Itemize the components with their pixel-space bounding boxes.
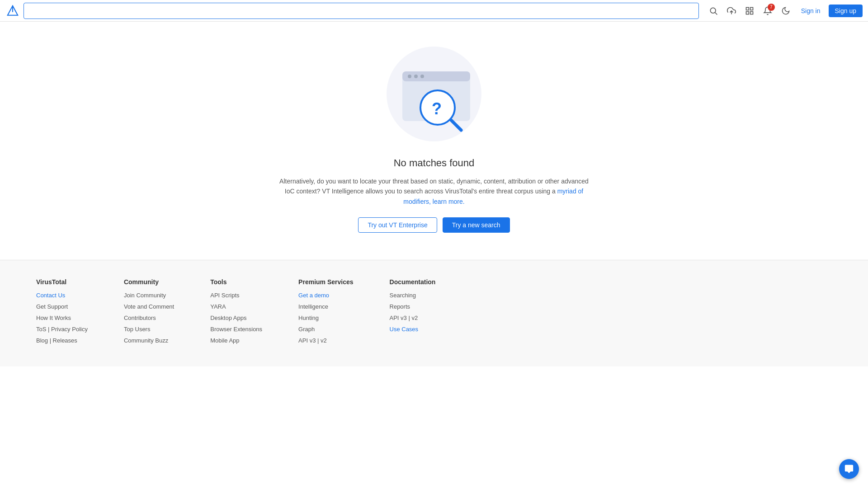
footer-col2-list: Join Community Vote and Comment Contribu… xyxy=(124,292,174,344)
list-item: YARA xyxy=(210,303,262,310)
sign-up-button[interactable]: Sign up xyxy=(829,5,863,17)
svg-rect-11 xyxy=(402,71,470,81)
upload-button[interactable] xyxy=(724,4,739,18)
list-item: Browser Extensions xyxy=(210,326,262,333)
footer-col5-heading: Documentation xyxy=(390,278,436,286)
mobile-app-link[interactable]: Mobile App xyxy=(210,337,239,344)
list-item: ToS | Privacy Policy xyxy=(36,326,88,333)
svg-rect-6 xyxy=(750,7,753,10)
svg-rect-8 xyxy=(750,11,753,14)
header: name:App_web_*.dll xyxy=(0,0,868,22)
how-it-works-link[interactable]: How It Works xyxy=(36,314,71,321)
footer-col5-list: Searching Reports API v3 | v2 Use Cases xyxy=(390,292,436,333)
svg-line-3 xyxy=(715,12,717,14)
intelligence-link[interactable]: Intelligence xyxy=(298,303,328,310)
list-item: How It Works xyxy=(36,314,88,321)
svg-rect-5 xyxy=(746,7,749,10)
list-item: Get Support xyxy=(36,303,88,310)
browser-extensions-link[interactable]: Browser Extensions xyxy=(210,326,262,333)
svg-text:?: ? xyxy=(432,99,442,118)
vote-comment-link[interactable]: Vote and Comment xyxy=(124,303,174,310)
get-demo-link[interactable]: Get a demo xyxy=(298,292,329,299)
list-item: Contributors xyxy=(124,314,174,321)
hunting-link[interactable]: Hunting xyxy=(298,314,319,321)
community-buzz-link[interactable]: Community Buzz xyxy=(124,337,168,344)
top-users-link[interactable]: Top Users xyxy=(124,326,151,333)
yara-link[interactable]: YARA xyxy=(210,303,226,310)
footer-col-premium: Premium Services Get a demo Intelligence… xyxy=(298,278,353,348)
action-buttons: Try out VT Enterprise Try a new search xyxy=(358,217,509,233)
use-cases-link[interactable]: Use Cases xyxy=(390,326,419,333)
search-bar[interactable]: name:App_web_*.dll xyxy=(24,3,699,19)
logo[interactable] xyxy=(5,4,20,18)
footer-col-virustotal: VirusTotal Contact Us Get Support How It… xyxy=(36,278,88,348)
list-item: Blog | Releases xyxy=(36,337,88,344)
list-item: Get a demo xyxy=(298,292,353,299)
footer-col2-heading: Community xyxy=(124,278,174,286)
list-item: API Scripts xyxy=(210,292,262,299)
notification-badge: 7 xyxy=(768,4,775,11)
footer-col3-list: API Scripts YARA Desktop Apps Browser Ex… xyxy=(210,292,262,344)
header-actions: 7 Sign in Sign up xyxy=(706,4,863,18)
main-content: ? No matches found Alternatively, do you… xyxy=(0,22,868,260)
footer: VirusTotal Contact Us Get Support How It… xyxy=(0,260,868,366)
list-item: Graph xyxy=(298,326,353,333)
list-item: Desktop Apps xyxy=(210,314,262,321)
graph-link[interactable]: Graph xyxy=(298,326,315,333)
footer-col4-heading: Premium Services xyxy=(298,278,353,286)
theme-toggle-button[interactable] xyxy=(778,4,793,18)
contact-us-link[interactable]: Contact Us xyxy=(36,292,65,299)
svg-rect-7 xyxy=(746,11,749,14)
notifications-button[interactable]: 7 xyxy=(760,4,775,18)
footer-col1-heading: VirusTotal xyxy=(36,278,88,286)
list-item: Mobile App xyxy=(210,337,262,344)
list-item: Contact Us xyxy=(36,292,88,299)
reports-link[interactable]: Reports xyxy=(390,303,410,310)
list-item: Top Users xyxy=(124,326,174,333)
searching-link[interactable]: Searching xyxy=(390,292,416,299)
tos-privacy-link[interactable]: ToS | Privacy Policy xyxy=(36,326,88,333)
blog-releases-link[interactable]: Blog | Releases xyxy=(36,337,77,344)
search-button[interactable] xyxy=(706,4,721,18)
list-item: Use Cases xyxy=(390,326,436,333)
contributors-link[interactable]: Contributors xyxy=(124,314,156,321)
list-item: Community Buzz xyxy=(124,337,174,344)
api-v3-v2-premium-link[interactable]: API v3 | v2 xyxy=(298,337,327,344)
try-new-search-button[interactable]: Try a new search xyxy=(443,217,510,233)
list-item: Join Community xyxy=(124,292,174,299)
api-v3-v2-docs-link[interactable]: API v3 | v2 xyxy=(390,314,418,321)
footer-col1-list: Contact Us Get Support How It Works ToS … xyxy=(36,292,88,344)
get-support-link[interactable]: Get Support xyxy=(36,303,68,310)
list-item: Vote and Comment xyxy=(124,303,174,310)
no-matches-title: No matches found xyxy=(394,157,475,169)
list-item: Intelligence xyxy=(298,303,353,310)
list-item: Searching xyxy=(390,292,436,299)
svg-point-14 xyxy=(420,75,424,78)
list-item: API v3 | v2 xyxy=(298,337,353,344)
join-community-link[interactable]: Join Community xyxy=(124,292,166,299)
description-text: Alternatively, do you want to locate you… xyxy=(276,176,592,206)
desktop-apps-link[interactable]: Desktop Apps xyxy=(210,314,246,321)
try-enterprise-button[interactable]: Try out VT Enterprise xyxy=(358,217,437,233)
svg-point-13 xyxy=(414,75,418,78)
svg-point-2 xyxy=(710,8,716,13)
sign-in-button[interactable]: Sign in xyxy=(797,5,825,17)
footer-col-tools: Tools API Scripts YARA Desktop Apps Brow… xyxy=(210,278,262,348)
footer-col-community: Community Join Community Vote and Commen… xyxy=(124,278,174,348)
no-results-illustration: ? xyxy=(380,40,488,148)
footer-col4-list: Get a demo Intelligence Hunting Graph AP… xyxy=(298,292,353,344)
list-item: Hunting xyxy=(298,314,353,321)
search-input[interactable]: name:App_web_*.dll xyxy=(28,7,694,14)
api-scripts-link[interactable]: API Scripts xyxy=(210,292,239,299)
list-item: API v3 | v2 xyxy=(390,314,436,321)
footer-col-docs: Documentation Searching Reports API v3 |… xyxy=(390,278,436,348)
list-item: Reports xyxy=(390,303,436,310)
footer-col3-heading: Tools xyxy=(210,278,262,286)
svg-point-12 xyxy=(408,75,411,78)
grid-button[interactable] xyxy=(742,4,757,18)
